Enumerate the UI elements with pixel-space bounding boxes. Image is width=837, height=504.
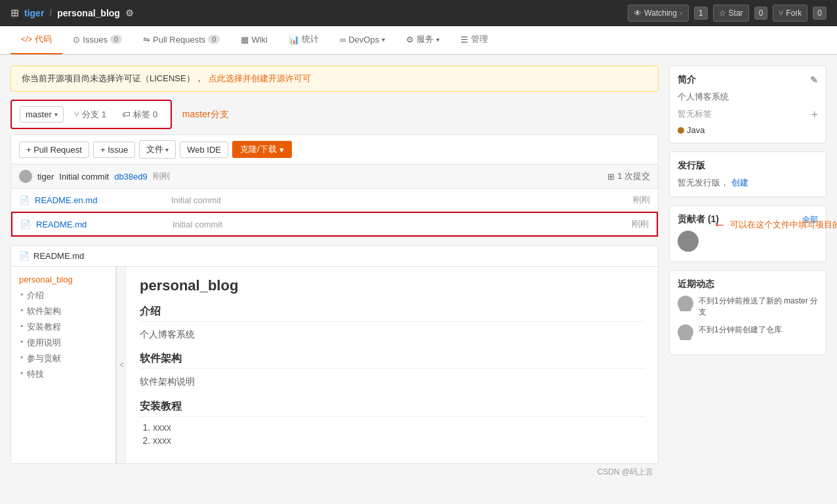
- tags-count[interactable]: 🏷 标签 0: [117, 109, 163, 121]
- license-notice: 你当前开源项目尚未选择许可证（LICENSE）， 点此选择并创建开源许可可: [10, 66, 659, 92]
- svg-point-3: [680, 244, 696, 252]
- dropdown-arrow: ▾: [680, 10, 683, 17]
- watermark: CSDN @码上言: [10, 464, 659, 480]
- manage-icon: ☰: [460, 35, 468, 45]
- file-dropdown-arrow: ▾: [165, 146, 169, 153]
- file-link[interactable]: README.md: [36, 220, 167, 229]
- sidebar-language: Java: [678, 125, 818, 135]
- sidebar-releases-title: 发行版: [678, 160, 818, 172]
- toc-item-intro[interactable]: 介绍: [19, 290, 108, 301]
- arrow-indicator: ←: [713, 217, 726, 232]
- service-dropdown-arrow: ▾: [436, 36, 439, 43]
- branch-bar: master ▾ ⑂ 分支 1 🏷 标签 0: [12, 101, 171, 128]
- readme-filename: README.md: [33, 251, 84, 261]
- main-content: 你当前开源项目尚未选择许可证（LICENSE）， 点此选择并创建开源许可可 ma…: [10, 66, 659, 480]
- branch-title: master分支: [182, 109, 229, 121]
- add-tag-icon[interactable]: +: [811, 108, 818, 122]
- separator: /: [49, 8, 52, 18]
- pull-request-button[interactable]: + Pull Request: [19, 142, 89, 158]
- branch-name: master: [26, 109, 52, 119]
- webide-button[interactable]: Web IDE: [180, 142, 228, 158]
- readme-body: personal_blog 介绍 软件架构 安装教程 使用说明 参与贡献 特技 …: [11, 267, 658, 463]
- tab-devops[interactable]: ∞ DevOps ▾: [329, 26, 396, 54]
- toc-item-arch[interactable]: 软件架构: [19, 305, 108, 317]
- file-link[interactable]: README.en.md: [35, 195, 166, 205]
- wiki-icon: ▦: [241, 35, 249, 45]
- repo-actions: 👁 Watching ▾ 1 ☆ Star 0 ⑂ Fork 0: [628, 5, 827, 22]
- tab-code[interactable]: </> 代码: [10, 26, 62, 54]
- edit-icon[interactable]: ✎: [810, 75, 818, 85]
- repo-owner[interactable]: tiger: [24, 8, 44, 18]
- branch-selector[interactable]: master ▾: [20, 106, 64, 123]
- stats-icon: 📊: [289, 35, 299, 45]
- tab-issues[interactable]: ⊙ Issues 0: [62, 26, 133, 54]
- svg-point-2: [683, 234, 693, 244]
- activity-item-1: 不到1分钟前推送了新的 master 分支: [678, 296, 818, 318]
- svg-point-5: [680, 306, 691, 311]
- star-count: 0: [754, 7, 768, 20]
- svg-point-1: [20, 178, 31, 183]
- pr-badge: 0: [208, 35, 220, 44]
- svg-point-7: [680, 335, 691, 340]
- top-bar: ⊞ tiger / personal_blog ⚙ 👁 Watching ▾ 1…: [0, 0, 837, 26]
- repo-name[interactable]: personal_blog: [57, 8, 120, 18]
- settings-icon[interactable]: ⚙: [125, 8, 134, 18]
- readme-h2-arch: 软件架构: [140, 352, 645, 369]
- fork-icon: ⑂: [779, 9, 783, 18]
- create-release-link[interactable]: 创建: [731, 178, 748, 187]
- branches-count[interactable]: ⑂ 分支 1: [69, 109, 112, 121]
- readme-intro-text: 个人博客系统: [140, 327, 645, 341]
- tab-pull-requests[interactable]: ⇋ Pull Requests 0: [133, 26, 230, 54]
- tab-stats[interactable]: 📊 统计: [278, 26, 329, 54]
- readme-h2-intro: 介绍: [140, 305, 645, 322]
- license-text: 你当前开源项目尚未选择许可证（LICENSE），: [22, 73, 203, 85]
- svg-point-4: [682, 298, 689, 305]
- commit-message: Initial commit: [59, 172, 109, 182]
- fork-button[interactable]: ⑂ Fork: [773, 5, 807, 22]
- sidebar-description: 个人博客系统: [678, 91, 818, 103]
- table-row: 📄 README.en.md Initial commit 刚刚: [11, 189, 658, 212]
- clone-dropdown-arrow: ▾: [279, 145, 284, 155]
- tab-manage[interactable]: ☰ 管理: [450, 26, 499, 54]
- sidebar-releases: 发行版 暂无发行版， 创建: [669, 151, 827, 197]
- devops-dropdown-arrow: ▾: [382, 36, 385, 43]
- nav-tabs: </> 代码 ⊙ Issues 0 ⇋ Pull Requests 0 ▦ Wi…: [0, 26, 837, 55]
- sidebar-contributors: 贡献者 (1) 全部: [669, 205, 827, 262]
- file-list: 📄 README.en.md Initial commit 刚刚 📄 READM…: [10, 189, 659, 237]
- toc-item-contrib[interactable]: 参与贡献: [19, 353, 108, 364]
- clone-button[interactable]: 克隆/下载 ▾: [232, 141, 292, 158]
- file-time: 刚刚: [633, 194, 650, 206]
- sidebar-intro-title: 简介 ✎: [678, 74, 818, 86]
- contributor-avatar[interactable]: [678, 231, 818, 254]
- readme-header: 📄 README.md: [11, 246, 658, 267]
- star-icon: ☆: [719, 9, 726, 18]
- sidebar-intro: 简介 ✎ 个人博客系统 暂无标签 + Java: [669, 66, 827, 144]
- commit-hash[interactable]: db38ed9: [114, 172, 148, 182]
- watch-count: 1: [694, 7, 708, 20]
- watch-button[interactable]: 👁 Watching ▾: [628, 5, 689, 22]
- readme-toc-title[interactable]: personal_blog: [19, 275, 108, 284]
- main-layout: 你当前开源项目尚未选择许可证（LICENSE）， 点此选择并创建开源许可可 ma…: [0, 55, 837, 491]
- toc-item-tricks[interactable]: 特技: [19, 368, 108, 380]
- issue-button[interactable]: + Issue: [93, 142, 135, 158]
- activity-avatar-1: [678, 296, 693, 311]
- tab-service[interactable]: ⚙ 服务 ▾: [396, 26, 450, 54]
- tab-wiki[interactable]: ▦ Wiki: [230, 26, 278, 54]
- readme-collapse-handle[interactable]: <: [116, 267, 127, 463]
- branch-dropdown-arrow: ▾: [54, 111, 58, 118]
- sidebar-activity-title: 近期动态: [678, 279, 818, 290]
- file-icon: 📄: [19, 195, 30, 205]
- fork-count: 0: [813, 7, 827, 20]
- commit-count: ⊞ 1 次提交: [607, 170, 650, 182]
- file-button[interactable]: 文件 ▾: [139, 140, 176, 159]
- lang-label: Java: [687, 125, 704, 135]
- star-button[interactable]: ☆ Star: [713, 5, 749, 22]
- toc-item-usage[interactable]: 使用说明: [19, 337, 108, 349]
- license-link[interactable]: 点此选择并创建开源许可可: [209, 73, 311, 85]
- toc-item-install[interactable]: 安装教程: [19, 321, 108, 333]
- repo-icon: ⊞: [10, 7, 19, 19]
- watch-icon: 👁: [634, 9, 642, 18]
- activity-item-2: 不到1分钟前创建了仓库: [678, 324, 818, 340]
- commit-author[interactable]: tiger: [37, 172, 54, 182]
- code-icon: </>: [21, 35, 32, 44]
